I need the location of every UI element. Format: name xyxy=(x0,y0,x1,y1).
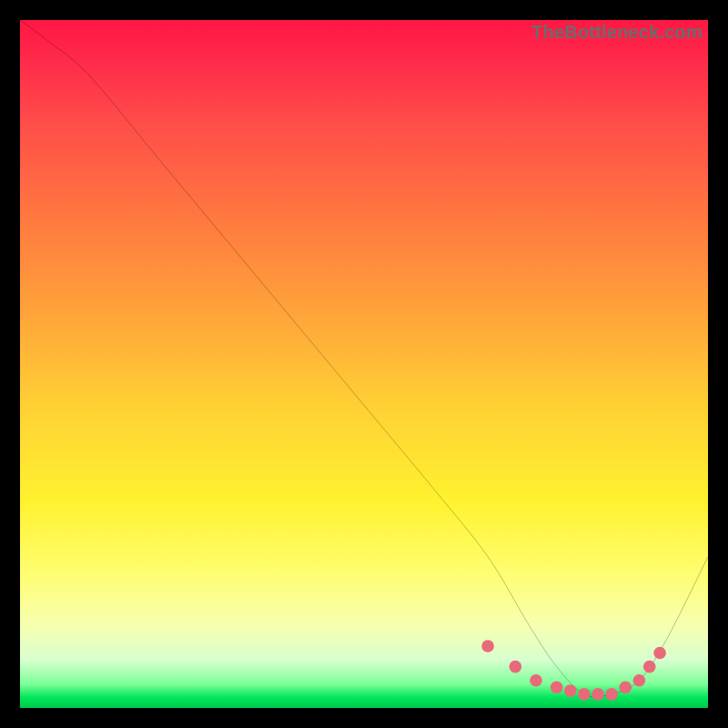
marker-dot xyxy=(633,674,646,687)
marker-dot xyxy=(578,688,591,701)
chart-frame: TheBottleneck.com xyxy=(0,0,728,728)
marker-dot xyxy=(605,688,618,701)
bottleneck-curve-svg xyxy=(20,20,708,708)
marker-dot xyxy=(551,682,563,694)
marker-dot xyxy=(530,674,542,687)
marker-dot xyxy=(510,661,522,673)
bottleneck-curve-line xyxy=(20,20,708,697)
chart-plot-area: TheBottleneck.com xyxy=(20,20,708,708)
marker-dot xyxy=(481,640,494,652)
marker-dot xyxy=(619,682,632,694)
marker-dot xyxy=(643,661,656,673)
marker-dot xyxy=(653,647,666,660)
marker-dot xyxy=(592,688,604,701)
flat-region-markers xyxy=(481,640,666,701)
marker-dot xyxy=(564,684,577,697)
